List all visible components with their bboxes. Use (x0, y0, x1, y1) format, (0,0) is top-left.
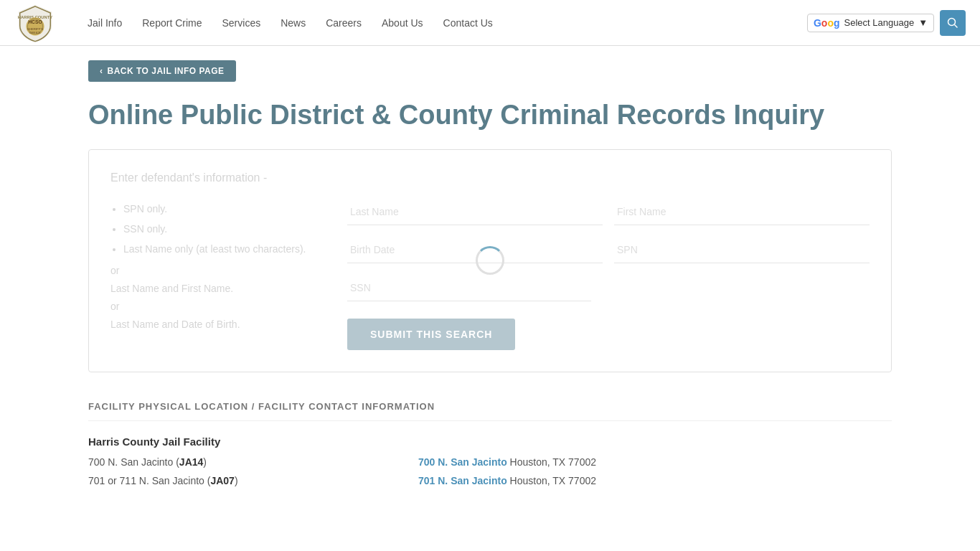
site-logo[interactable]: HARRIS COUNTY HCSO SHERIFF'S OFFICE (14, 2, 56, 44)
facility-link-2[interactable]: 701 N. San Jacinto (418, 475, 507, 486)
translate-label: Select Language (844, 17, 915, 28)
loading-spinner-overlay (89, 150, 891, 372)
nav-careers[interactable]: Careers (316, 13, 372, 33)
google-g-icon: Goog (814, 17, 840, 29)
facility-left-1: 700 N. San Jacinto (JA14) (88, 456, 375, 468)
back-button[interactable]: ‹ BACK TO JAIL INFO PAGE (88, 60, 236, 82)
facility-close-1: ) (203, 456, 207, 468)
header-right: Goog Select Language ▼ (807, 10, 966, 36)
facility-row-2: 701 or 711 N. San Jacinto (JA07) 701 N. … (88, 475, 892, 486)
search-button[interactable] (940, 10, 966, 36)
facility-address-2-text: 701 or 711 N. San Jacinto ( (88, 475, 210, 486)
svg-text:SHERIFF'S: SHERIFF'S (27, 27, 43, 30)
loading-spinner (476, 246, 504, 275)
facility-address-1-text: 700 N. San Jacinto ( (88, 456, 179, 468)
facility-section: FACILITY PHYSICAL LOCATION / FACILITY CO… (88, 401, 892, 486)
facility-code-2: JA07 (210, 475, 234, 486)
page-title: Online Public District & County Criminal… (88, 99, 892, 132)
facility-left-2: 701 or 711 N. San Jacinto (JA07) (88, 475, 375, 486)
facility-name: Harris County Jail Facility (88, 435, 892, 448)
svg-point-6 (948, 18, 956, 25)
facility-section-header: FACILITY PHYSICAL LOCATION / FACILITY CO… (88, 401, 892, 421)
logo-icon: HARRIS COUNTY HCSO SHERIFF'S OFFICE (14, 2, 56, 44)
nav-report-crime[interactable]: Report Crime (132, 13, 212, 33)
back-button-label: BACK TO JAIL INFO PAGE (108, 66, 225, 76)
facility-right-1: 700 N. San Jacinto Houston, TX 77002 (418, 456, 892, 468)
nav-about-us[interactable]: About Us (372, 13, 433, 33)
main-nav: Jail Info Report Crime Services News Car… (77, 13, 807, 33)
nav-jail-info[interactable]: Jail Info (77, 13, 132, 33)
nav-services[interactable]: Services (212, 13, 271, 33)
facility-city-2: Houston, TX 77002 (510, 475, 596, 486)
search-form-card: Enter defendant's information - SPN only… (88, 149, 892, 372)
search-icon (947, 17, 958, 29)
facility-link-1[interactable]: 700 N. San Jacinto (418, 456, 507, 468)
facility-code-1: JA14 (179, 456, 203, 468)
svg-text:OFFICE: OFFICE (29, 31, 41, 34)
svg-text:HCSO: HCSO (28, 19, 42, 24)
nav-contact-us[interactable]: Contact Us (433, 13, 503, 33)
nav-news[interactable]: News (270, 13, 316, 33)
translate-chevron-icon: ▼ (918, 17, 928, 28)
facility-row-1: 700 N. San Jacinto (JA14) 700 N. San Jac… (88, 456, 892, 468)
facility-close-2: ) (235, 475, 238, 486)
facility-city-1: Houston, TX 77002 (510, 456, 596, 468)
site-header: HARRIS COUNTY HCSO SHERIFF'S OFFICE Jail… (0, 0, 980, 46)
back-chevron-icon: ‹ (100, 66, 103, 76)
svg-line-7 (955, 24, 958, 27)
facility-right-2: 701 N. San Jacinto Houston, TX 77002 (418, 475, 892, 486)
translate-widget[interactable]: Goog Select Language ▼ (807, 14, 934, 32)
page-content: ‹ BACK TO JAIL INFO PAGE Online Public D… (67, 46, 913, 508)
